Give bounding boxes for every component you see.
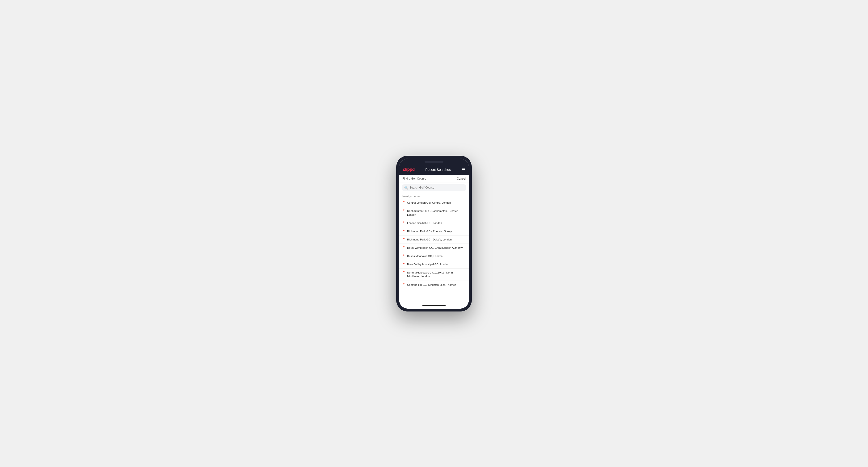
content-area: Find a Golf Course Cancel 🔍 Nearby cours…: [399, 175, 469, 303]
pin-icon: 📍: [402, 262, 405, 265]
course-list-item[interactable]: 📍Royal Wimbledon GC, Great London Author…: [399, 244, 469, 252]
pin-icon: 📍: [402, 209, 405, 212]
course-name: Richmond Park GC - Prince's, Surrey: [407, 229, 452, 233]
pin-icon: 📍: [402, 238, 405, 241]
find-label: Find a Golf Course: [402, 177, 426, 180]
search-input[interactable]: [409, 186, 464, 189]
nav-title: Recent Searches: [425, 168, 451, 172]
notch-pill: [425, 161, 443, 163]
nearby-section: Nearby courses 📍Central London Golf Cent…: [399, 193, 469, 303]
home-bar: [422, 305, 446, 306]
phone-notch: [399, 159, 469, 165]
course-name: Brent Valley Municipal GC, London: [407, 262, 449, 266]
search-box: 🔍: [402, 184, 466, 191]
app-logo: clippd: [403, 167, 415, 172]
course-name: London Scottish GC, London: [407, 221, 442, 225]
pin-icon: 📍: [402, 271, 405, 274]
pin-icon: 📍: [402, 283, 405, 286]
home-indicator: [399, 303, 469, 309]
phone-screen: clippd Recent Searches ☰ Find a Golf Cou…: [399, 159, 469, 309]
course-name: Richmond Park GC - Duke's, London: [407, 238, 452, 241]
menu-icon[interactable]: ☰: [461, 167, 465, 172]
course-name: Roehampton Club - Roehampton, Greater Lo…: [407, 209, 466, 217]
pin-icon: 📍: [402, 201, 405, 204]
course-name: Dukes Meadows GC, London: [407, 254, 442, 258]
course-name: Coombe Hill GC, Kingston upon Thames: [407, 283, 456, 287]
course-list-item[interactable]: 📍North Middlesex GC (1011942 - North Mid…: [399, 269, 469, 281]
course-list: 📍Central London Golf Centre, London📍Roeh…: [399, 199, 469, 289]
course-list-item[interactable]: 📍Roehampton Club - Roehampton, Greater L…: [399, 207, 469, 219]
course-list-item[interactable]: 📍Brent Valley Municipal GC, London: [399, 260, 469, 269]
pin-icon: 📍: [402, 229, 405, 232]
course-name: Central London Golf Centre, London: [407, 201, 451, 205]
pin-icon: 📍: [402, 246, 405, 249]
course-name: Royal Wimbledon GC, Great London Authori…: [407, 246, 463, 250]
pin-icon: 📍: [402, 254, 405, 257]
course-list-item[interactable]: 📍London Scottish GC, London: [399, 219, 469, 227]
phone-frame: clippd Recent Searches ☰ Find a Golf Cou…: [396, 156, 472, 311]
course-list-item[interactable]: 📍Dukes Meadows GC, London: [399, 252, 469, 260]
cancel-button[interactable]: Cancel: [457, 177, 466, 180]
search-container: 🔍: [399, 182, 469, 193]
find-bar: Find a Golf Course Cancel: [399, 175, 469, 182]
search-icon: 🔍: [404, 186, 408, 189]
course-list-item[interactable]: 📍Richmond Park GC - Duke's, London: [399, 236, 469, 244]
course-name: North Middlesex GC (1011942 - North Midd…: [407, 271, 466, 278]
nearby-header: Nearby courses: [399, 193, 469, 199]
course-list-item[interactable]: 📍Coombe Hill GC, Kingston upon Thames: [399, 281, 469, 289]
nav-bar: clippd Recent Searches ☰: [399, 165, 469, 175]
pin-icon: 📍: [402, 221, 405, 224]
course-list-item[interactable]: 📍Central London Golf Centre, London: [399, 199, 469, 207]
course-list-item[interactable]: 📍Richmond Park GC - Prince's, Surrey: [399, 227, 469, 236]
